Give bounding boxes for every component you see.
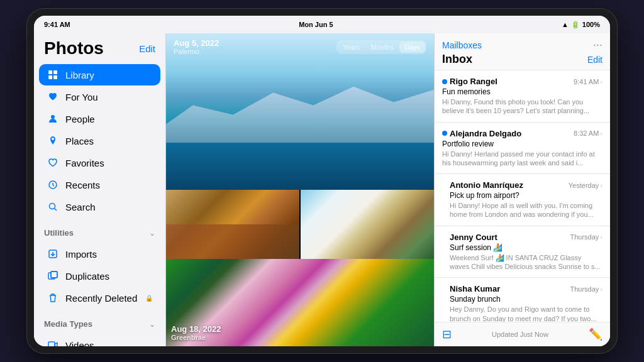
- utilities-title: Utilities: [44, 228, 74, 238]
- mail-time: 9:41 AM ›: [574, 78, 602, 85]
- sidebar-label-library: Library: [65, 70, 94, 80]
- sidebar-item-places[interactable]: Places: [39, 130, 160, 151]
- wifi-icon: ▲: [562, 21, 569, 28]
- status-date: Mon Jun 5: [299, 21, 333, 28]
- mail-inbox-title: Inbox: [442, 53, 472, 66]
- mail-panel: Mailboxes ··· Inbox Edit Rigo: [434, 33, 610, 346]
- sidebar-item-search[interactable]: Search: [39, 196, 160, 217]
- svg-rect-3: [53, 75, 57, 79]
- sidebar: Photos Edit Li: [34, 33, 166, 346]
- mail-item[interactable]: Antonio Manríquez Yesterday › Pick up fr…: [435, 174, 610, 226]
- media-types-title: Media Types: [44, 319, 92, 329]
- utilities-section-header: Utilities ⌄: [34, 221, 165, 240]
- mail-item[interactable]: Nisha Kumar Thursday › Sunday brunch Hey…: [435, 278, 610, 322]
- mail-item[interactable]: Rigo Rangel 9:41 AM › Fun memories Hi Da…: [435, 70, 610, 123]
- sidebar-item-recently-deleted[interactable]: Recently Deleted 🔒: [39, 287, 160, 309]
- tab-years[interactable]: Years: [338, 41, 365, 53]
- mail-time: Thursday ›: [570, 233, 602, 241]
- mail-time: Yesterday ›: [569, 182, 602, 189]
- imports-icon: [47, 248, 59, 260]
- people-icon: [47, 112, 59, 125]
- status-bar: 9:41 AM Mon Jun 5 ▲ 🔋 100%: [34, 16, 610, 33]
- utilities-chevron[interactable]: ⌄: [149, 229, 155, 238]
- mail-more-button[interactable]: ···: [593, 38, 602, 52]
- svg-point-4: [51, 115, 55, 119]
- photo-date2: Aug 18, 2022: [171, 324, 221, 334]
- recents-icon: [47, 178, 59, 191]
- svg-rect-2: [48, 75, 52, 79]
- mail-filter-icon[interactable]: ⊟: [442, 327, 452, 341]
- svg-rect-1: [53, 70, 57, 74]
- sidebar-item-recents[interactable]: Recents: [39, 174, 160, 195]
- sidebar-item-videos[interactable]: Videos: [39, 334, 160, 346]
- media-types-chevron[interactable]: ⌄: [149, 320, 155, 329]
- mail-back-button[interactable]: Mailboxes: [442, 40, 482, 50]
- mail-edit-button[interactable]: Edit: [587, 55, 602, 65]
- photo-bottom: Aug 18, 2022 Greenbrae: [166, 259, 434, 346]
- tab-months[interactable]: Months: [366, 41, 399, 53]
- mail-subject: Portfolio review: [442, 140, 602, 148]
- mail-item[interactable]: Jenny Court Thursday › Surf session 🏄 We…: [435, 226, 610, 278]
- mail-item-header: Alejandra Delgado 8:32 AM ›: [442, 129, 602, 138]
- mail-sender: Alejandra Delgado: [450, 129, 521, 138]
- sidebar-label-favorites: Favorites: [65, 158, 104, 168]
- mail-compose-button[interactable]: ✏️: [589, 327, 602, 341]
- mail-title-row: Inbox Edit: [442, 53, 602, 66]
- photo-location2: Greenbrae: [171, 334, 221, 341]
- library-icon: [47, 69, 59, 81]
- sidebar-label-recents: Recents: [65, 180, 100, 190]
- mail-preview: Hi Danny! Hope all is well with you. I'm…: [450, 201, 602, 219]
- mail-updated-text: Updated Just Now: [492, 331, 548, 338]
- sidebar-header: Photos Edit: [34, 33, 165, 61]
- unread-dot: [442, 79, 447, 84]
- mail-preview: Hi Danny! Herland passed me your contact…: [442, 150, 602, 168]
- favorites-icon: [47, 156, 59, 169]
- photo-cliff: [166, 190, 299, 259]
- svg-rect-12: [48, 342, 55, 346]
- sidebar-label-people: People: [65, 114, 95, 124]
- tab-days[interactable]: Days: [399, 41, 425, 53]
- ipad-frame: 9:41 AM Mon Jun 5 ▲ 🔋 100% Photos Edit: [26, 8, 618, 354]
- duplicates-icon: [47, 270, 59, 282]
- sidebar-label-for-you: For You: [65, 92, 98, 102]
- status-time: 9:41 AM: [44, 21, 70, 28]
- mail-sender: Nisha Kumar: [450, 284, 500, 293]
- sidebar-item-duplicates[interactable]: Duplicates: [39, 265, 160, 287]
- mail-item-header: Antonio Manríquez Yesterday ›: [442, 180, 602, 190]
- svg-rect-0: [48, 70, 52, 74]
- sidebar-item-favorites[interactable]: Favorites: [39, 152, 160, 173]
- media-types-nav: Videos Selfies: [34, 331, 165, 346]
- mail-footer: ⊟ Updated Just Now ✏️: [435, 322, 610, 346]
- sidebar-nav: Library For You: [34, 61, 165, 221]
- sidebar-item-people[interactable]: People: [39, 108, 160, 129]
- svg-line-7: [55, 209, 57, 211]
- svg-point-6: [50, 204, 55, 209]
- mail-time: Thursday ›: [570, 285, 602, 293]
- ipad-screen: 9:41 AM Mon Jun 5 ▲ 🔋 100% Photos Edit: [34, 16, 610, 346]
- photo-date-overlay: Aug 18, 2022 Greenbrae: [171, 324, 221, 341]
- sidebar-item-imports[interactable]: Imports: [39, 243, 160, 265]
- mail-item[interactable]: Alejandra Delgado 8:32 AM › Portfolio re…: [435, 123, 610, 175]
- mail-item-header: Jenny Court Thursday ›: [442, 233, 602, 242]
- media-types-section-header: Media Types ⌄: [34, 312, 165, 331]
- search-icon: [47, 200, 59, 213]
- sidebar-item-for-you[interactable]: For You: [39, 86, 160, 107]
- mail-header: Mailboxes ··· Inbox Edit: [435, 33, 610, 70]
- sidebar-label-duplicates: Duplicates: [65, 271, 109, 282]
- mail-time: 8:32 AM ›: [574, 129, 602, 137]
- photo-village: [301, 190, 434, 259]
- mail-subject: Pick up from airport?: [450, 191, 602, 200]
- places-icon: [47, 134, 59, 147]
- battery-level: 100%: [582, 21, 600, 28]
- svg-rect-10: [51, 272, 57, 278]
- sidebar-item-library[interactable]: Library: [39, 64, 160, 85]
- mail-subject: Sunday brunch: [450, 295, 602, 304]
- lock-icon: 🔒: [145, 295, 153, 302]
- cliff-shadow: [166, 224, 299, 259]
- mail-preview: Weekend Surf 🏄 IN SANTA CRUZ Glassy wave…: [450, 253, 602, 272]
- sidebar-edit-button[interactable]: Edit: [139, 43, 155, 54]
- recently-deleted-icon: [47, 292, 59, 304]
- mail-preview: Hi Danny, Found this photo you took! Can…: [442, 97, 602, 116]
- mail-sender: Rigo Rangel: [450, 77, 497, 86]
- photos-tabs: Years Months Days: [336, 40, 426, 54]
